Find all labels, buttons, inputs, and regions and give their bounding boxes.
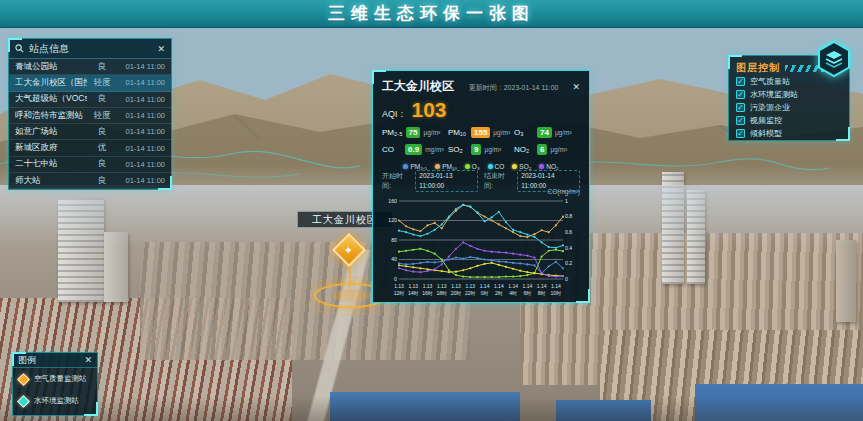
update-time-label: 更新时间： — [469, 84, 504, 91]
svg-text:16时: 16时 — [422, 290, 433, 296]
svg-text:0.2: 0.2 — [565, 260, 572, 266]
pollutant-trend-chart[interactable]: 0408012016000.20.40.60.811.1312时1.1314时1… — [382, 197, 582, 301]
svg-text:0.8: 0.8 — [565, 213, 572, 219]
station-name: 二十七中站 — [15, 158, 87, 170]
station-row[interactable]: 呼和浩特市监测站轻度01-14 11:00 — [9, 108, 171, 124]
update-time-value: 2023-01-14 11:00 — [504, 84, 559, 91]
popup-title: 工大金川校区 — [382, 78, 454, 95]
station-row[interactable]: 如意广场站良01-14 11:00 — [9, 124, 171, 140]
marker-ring-fill — [332, 289, 370, 302]
aqi-readout: AQI： 103 — [382, 98, 580, 122]
chart-legend-item[interactable]: SO₂ — [512, 163, 531, 170]
map-3d-view[interactable]: 三维生态环保一张图 工大金川校区 ✦ 站点信息 ✕ 青城公园站良01-14 11… — [0, 0, 863, 421]
layer-label: 空气质量站 — [750, 76, 790, 87]
svg-text:8时: 8时 — [538, 290, 546, 296]
svg-text:22时: 22时 — [465, 290, 476, 296]
close-icon[interactable]: ✕ — [157, 44, 165, 54]
station-row[interactable]: 青城公园站良01-14 11:00 — [9, 59, 171, 75]
legend-dot-icon — [539, 164, 544, 169]
station-row[interactable]: 大气超级站（VOCs）良01-14 11:00 — [9, 92, 171, 108]
page-title: 三维生态环保一张图 — [328, 2, 535, 25]
chart-legend-item[interactable]: CO — [488, 163, 505, 170]
close-icon[interactable]: ✕ — [84, 355, 92, 365]
svg-text:12时: 12时 — [394, 290, 405, 296]
station-row[interactable]: 新城区政府优01-14 11:00 — [9, 140, 171, 156]
station-row[interactable]: 师大站良01-14 11:00 — [9, 173, 171, 189]
station-panel-title: 站点信息 — [29, 42, 152, 56]
start-time-label: 开始时间: — [382, 171, 409, 191]
station-status: 良 — [91, 175, 113, 187]
station-update-time: 01-14 11:00 — [117, 127, 165, 136]
layer-checkbox[interactable]: ✓ — [736, 77, 745, 86]
station-update-time: 01-14 11:00 — [117, 62, 165, 71]
time-range-row: 开始时间: 2023-01-13 11:00:00 结束时间: 2023-01-… — [382, 174, 580, 187]
pollutant-value-badge: 9 — [471, 144, 481, 155]
chart-legend-item[interactable]: NO₂ — [539, 163, 558, 170]
marker-glyph-icon: ✦ — [344, 245, 353, 256]
chart-legend-item[interactable]: PM₂.₅ — [403, 163, 427, 170]
layer-checkbox[interactable]: ✓ — [736, 129, 745, 138]
station-marker-icon — [17, 373, 30, 386]
legend-label: PM₁₀ — [442, 163, 457, 170]
station-row[interactable]: 工大金川校区（国控）轻度01-14 11:00 — [9, 75, 171, 91]
svg-text:1.13: 1.13 — [451, 283, 461, 289]
tower-building — [836, 240, 856, 322]
station-name: 大气超级站（VOCs） — [15, 93, 87, 105]
layer-label: 污染源企业 — [750, 102, 790, 113]
pollutant-value-badge: 74 — [537, 127, 552, 138]
pollutant-name: PM₁₀ — [448, 128, 468, 137]
svg-text:80: 80 — [391, 237, 397, 243]
layer-checkbox[interactable]: ✓ — [736, 116, 745, 125]
station-row[interactable]: 二十七中站良01-14 11:00 — [9, 157, 171, 173]
legend-panel-title: 图例 — [18, 354, 80, 367]
start-time-input[interactable]: 2023-01-13 11:00:00 — [415, 170, 478, 192]
legend-items: 空气质量监测站水环境监测站 — [13, 368, 97, 412]
svg-text:40: 40 — [391, 256, 397, 262]
pollutant-cell: NO₂6μg/m³ — [514, 141, 580, 158]
pollutant-value-badge: 155 — [471, 127, 490, 138]
station-detail-popup: 工大金川校区 更新时间：2023-01-14 11:00 ✕ AQI： 103 … — [372, 70, 590, 303]
svg-text:14时: 14时 — [408, 290, 419, 296]
station-list-panel: 站点信息 ✕ 青城公园站良01-14 11:00工大金川校区（国控）轻度01-1… — [8, 38, 172, 190]
close-icon[interactable]: ✕ — [572, 82, 580, 92]
update-time: 更新时间：2023-01-14 11:00 — [460, 83, 566, 93]
svg-text:1.13: 1.13 — [394, 283, 404, 289]
svg-text:10时: 10时 — [551, 290, 562, 296]
layer-item[interactable]: ✓污染源企业 — [736, 101, 842, 114]
station-status: 轻度 — [91, 110, 113, 122]
svg-text:0.6: 0.6 — [565, 229, 572, 235]
layers-hex-icon[interactable] — [815, 40, 853, 78]
svg-text:1.14: 1.14 — [551, 283, 561, 289]
station-name: 师大站 — [15, 175, 87, 187]
legend-dot-icon — [403, 164, 408, 169]
layer-checkbox[interactable]: ✓ — [736, 103, 745, 112]
pollutant-unit: μg/m³ — [550, 146, 567, 153]
pollutant-unit: μg/m³ — [555, 129, 572, 136]
legend-label: PM₂.₅ — [410, 163, 427, 170]
pollutant-value-badge: 6 — [537, 144, 547, 155]
station-status: 轻度 — [91, 77, 113, 89]
station-name: 如意广场站 — [15, 126, 87, 138]
pollutant-grid: PM₂.₅75μg/m³PM₁₀155μg/m³O₃74μg/m³CO0.9mg… — [382, 124, 580, 158]
pollutant-unit: μg/m³ — [423, 129, 440, 136]
chart-legend-item[interactable]: PM₁₀ — [435, 163, 457, 170]
aqi-value: 103 — [412, 98, 447, 122]
chart-legend-item[interactable]: O₃ — [465, 163, 480, 170]
svg-text:1.13: 1.13 — [408, 283, 418, 289]
legend-dot-icon — [512, 164, 517, 169]
pollutant-name: CO — [382, 145, 402, 154]
svg-text:1.13: 1.13 — [465, 283, 475, 289]
layer-checkbox[interactable]: ✓ — [736, 90, 745, 99]
pollutant-name: PM₂.₅ — [382, 128, 403, 137]
layer-item[interactable]: ✓视频监控 — [736, 114, 842, 127]
layer-item[interactable]: ✓水环境监测站 — [736, 88, 842, 101]
pollutant-cell: PM₂.₅75μg/m³ — [382, 124, 448, 141]
pollutant-value-badge: 0.9 — [405, 144, 422, 155]
station-update-time: 01-14 11:00 — [117, 95, 165, 104]
svg-text:1.14: 1.14 — [480, 283, 490, 289]
legend-dot-icon — [488, 164, 493, 169]
layer-item[interactable]: ✓倾斜模型 — [736, 127, 842, 140]
pollutant-cell: O₃74μg/m³ — [514, 124, 580, 141]
svg-text:1.14: 1.14 — [494, 283, 504, 289]
right-axis-title: CO(mg/m³) — [382, 188, 580, 197]
